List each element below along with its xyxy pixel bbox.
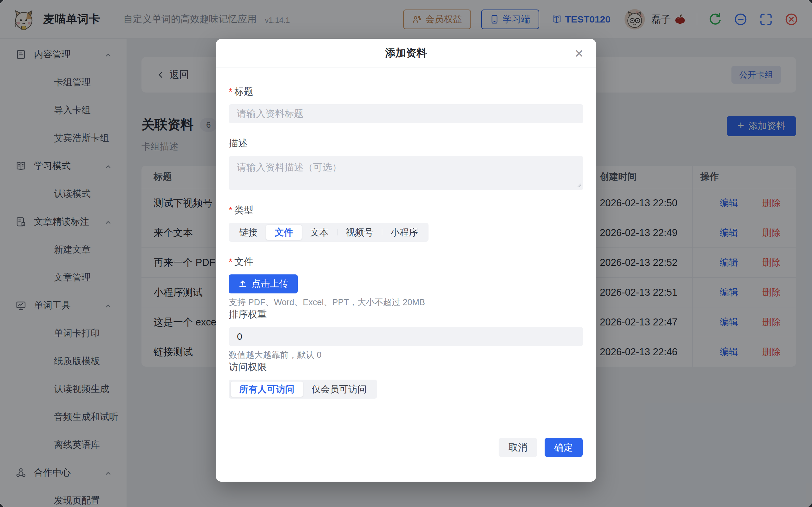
resize-handle-icon[interactable] bbox=[576, 182, 581, 187]
modal-body: 标题 描述 类型 链接 文件 文本 视频号 bbox=[216, 67, 596, 399]
type-option-video[interactable]: 视频号 bbox=[337, 225, 382, 240]
description-textarea[interactable] bbox=[229, 156, 583, 190]
sort-hint: 数值越大越靠前，默认 0 bbox=[229, 349, 583, 360]
access-option-members-only[interactable]: 仅会员可访问 bbox=[303, 382, 375, 397]
description-field-group: 描述 bbox=[229, 137, 583, 190]
description-label: 描述 bbox=[229, 137, 583, 150]
cancel-button[interactable]: 取消 bbox=[499, 438, 537, 457]
type-option-text[interactable]: 文本 bbox=[302, 225, 337, 240]
access-option-everyone[interactable]: 所有人可访问 bbox=[231, 382, 303, 397]
confirm-button[interactable]: 确定 bbox=[545, 438, 583, 457]
close-icon[interactable]: × bbox=[575, 46, 583, 60]
type-option-file[interactable]: 文件 bbox=[266, 225, 302, 240]
upload-icon bbox=[238, 279, 247, 288]
title-field-group: 标题 bbox=[229, 85, 583, 123]
app-window: 麦喵单词卡 自定义单词的高效趣味记忆应用 v1.14.1 会员权益 学习端 bbox=[0, 0, 812, 507]
type-option-link[interactable]: 链接 bbox=[231, 225, 266, 240]
file-field-group: 文件 点击上传 支持 PDF、Word、Excel、PPT，大小不超过 20MB bbox=[229, 256, 583, 308]
access-field-group: 访问权限 所有人可访问 仅会员可访问 bbox=[229, 360, 583, 399]
type-option-miniprogram[interactable]: 小程序 bbox=[382, 225, 426, 240]
access-segmented-control: 所有人可访问 仅会员可访问 bbox=[229, 380, 377, 399]
upload-hint: 支持 PDF、Word、Excel、PPT，大小不超过 20MB bbox=[229, 297, 583, 308]
sort-field-group: 排序权重 数值越大越靠前，默认 0 bbox=[229, 308, 583, 360]
add-material-modal: 添加资料 × 标题 描述 类型 链接 文 bbox=[216, 39, 596, 482]
type-segmented-control: 链接 文件 文本 视频号 小程序 bbox=[229, 223, 428, 242]
type-field-group: 类型 链接 文件 文本 视频号 小程序 bbox=[229, 204, 583, 242]
type-label: 类型 bbox=[229, 204, 583, 216]
sort-weight-input[interactable] bbox=[229, 327, 583, 346]
modal-title: 添加资料 bbox=[385, 46, 427, 60]
title-input[interactable] bbox=[229, 104, 583, 123]
access-label: 访问权限 bbox=[229, 360, 583, 373]
upload-button[interactable]: 点击上传 bbox=[229, 274, 298, 293]
modal-header: 添加资料 × bbox=[216, 39, 596, 67]
title-label: 标题 bbox=[229, 85, 583, 98]
modal-footer: 取消 确定 bbox=[216, 426, 596, 482]
sort-label: 排序权重 bbox=[229, 308, 583, 321]
file-label: 文件 bbox=[229, 256, 583, 268]
